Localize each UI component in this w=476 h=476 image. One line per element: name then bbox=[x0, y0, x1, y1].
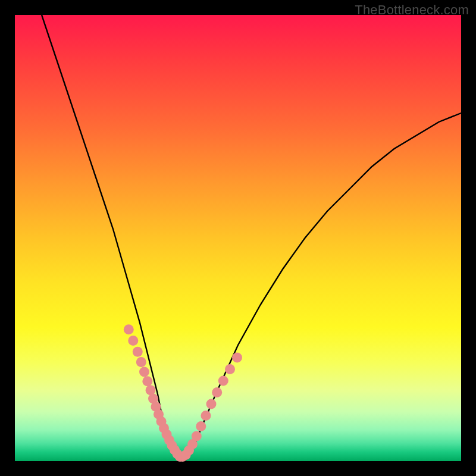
highlight-dots bbox=[124, 324, 242, 462]
chart-frame: TheBottleneck.com bbox=[0, 0, 476, 476]
highlight-dot bbox=[142, 376, 152, 386]
highlight-dot bbox=[218, 376, 228, 386]
highlight-dot bbox=[225, 364, 235, 374]
highlight-dot bbox=[192, 431, 202, 441]
bottleneck-curve bbox=[42, 15, 461, 461]
chart-svg bbox=[15, 15, 461, 461]
highlight-dot bbox=[136, 357, 146, 367]
highlight-dot bbox=[201, 411, 211, 421]
watermark-text: TheBottleneck.com bbox=[355, 2, 469, 18]
plot-area bbox=[15, 15, 461, 461]
highlight-dot bbox=[212, 387, 222, 397]
highlight-dot bbox=[128, 336, 138, 346]
highlight-dot bbox=[196, 421, 206, 431]
highlight-dot bbox=[232, 353, 242, 363]
highlight-dot bbox=[206, 399, 217, 409]
highlight-dot bbox=[139, 367, 149, 377]
highlight-dot bbox=[124, 324, 134, 334]
highlight-dot bbox=[133, 347, 143, 357]
